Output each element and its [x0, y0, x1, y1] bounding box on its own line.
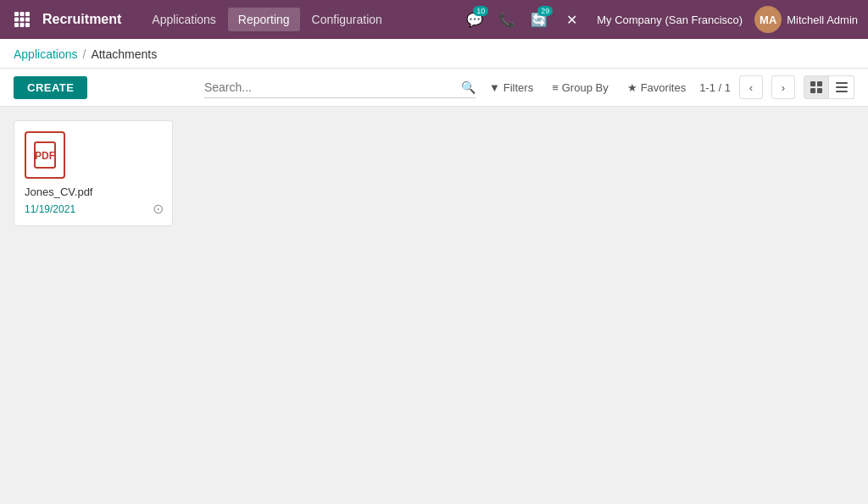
pagination-next[interactable]: ›	[771, 75, 795, 99]
svg-rect-3	[14, 18, 19, 22]
svg-rect-6	[14, 23, 19, 27]
nav-configuration[interactable]: Configuration	[302, 8, 392, 31]
breadcrumb-parent[interactable]: Applications	[14, 47, 78, 61]
top-navigation: Recruitment Applications Reporting Confi…	[0, 0, 868, 39]
phone-icon[interactable]: 📞	[493, 6, 520, 33]
search-icon[interactable]: 🔍	[461, 80, 476, 94]
breadcrumb-separator: /	[83, 47, 86, 61]
svg-rect-13	[836, 82, 848, 84]
apps-menu-icon[interactable]	[10, 8, 34, 31]
toolbar: CREATE 🔍 ▼ Filters ≡ Group By ★ Favorite…	[0, 69, 868, 107]
wrench-icon[interactable]: ✕	[558, 6, 585, 33]
svg-rect-1	[20, 12, 25, 16]
svg-rect-10	[817, 81, 822, 86]
breadcrumb-bar: Applications / Attachments	[0, 39, 868, 69]
app-brand: Recruitment	[42, 12, 121, 27]
breadcrumb: Applications / Attachments	[14, 47, 854, 61]
create-button[interactable]: CREATE	[14, 76, 87, 99]
search-input[interactable]	[204, 80, 461, 94]
activity-badge: 29	[537, 6, 553, 16]
svg-rect-5	[25, 18, 30, 22]
toolbar-right: 🔍 ▼ Filters ≡ Group By ★ Favorites 1-1 /…	[204, 75, 854, 99]
activity-icon[interactable]: 🔄 29	[526, 6, 553, 33]
group-by-label: Group By	[562, 81, 609, 94]
pdf-icon: PDF	[25, 131, 65, 179]
svg-rect-9	[810, 81, 815, 86]
content-area: PDF Jones_CV.pdf 11/19/2021 ⊙	[0, 107, 868, 501]
card-date: 11/19/2021	[25, 203, 162, 215]
svg-rect-14	[836, 86, 848, 88]
breadcrumb-current: Attachments	[91, 47, 157, 61]
favorites-icon: ★	[627, 81, 637, 94]
list-view-button[interactable]	[829, 75, 854, 99]
group-by-button[interactable]: ≡ Group By	[547, 78, 614, 97]
svg-rect-11	[810, 88, 815, 93]
svg-text:PDF: PDF	[35, 150, 55, 162]
pagination-prev[interactable]: ‹	[739, 75, 763, 99]
pagination-info: 1-1 / 1	[699, 81, 731, 94]
chat-badge: 10	[473, 6, 488, 16]
svg-rect-15	[836, 91, 848, 92]
kanban-view-button[interactable]	[804, 75, 829, 99]
svg-rect-12	[817, 88, 822, 93]
favorites-button[interactable]: ★ Favorites	[622, 78, 691, 97]
view-toggle	[804, 75, 854, 99]
kanban-card[interactable]: PDF Jones_CV.pdf 11/19/2021 ⊙	[14, 120, 173, 226]
nav-right-actions: 💬 10 📞 🔄 29 ✕ My Company (San Francisco)…	[461, 6, 858, 33]
chat-icon[interactable]: 💬 10	[461, 6, 488, 33]
avatar-initials: MA	[760, 14, 776, 26]
company-name[interactable]: My Company (San Francisco)	[597, 14, 743, 26]
filters-label: Filters	[504, 81, 533, 94]
favorites-label: Favorites	[641, 81, 686, 94]
svg-rect-2	[25, 12, 30, 16]
kanban-grid: PDF Jones_CV.pdf 11/19/2021 ⊙	[14, 120, 854, 226]
svg-rect-0	[14, 12, 19, 16]
svg-rect-8	[25, 23, 30, 27]
group-by-icon: ≡	[552, 81, 559, 94]
card-filename: Jones_CV.pdf	[25, 186, 162, 198]
nav-applications[interactable]: Applications	[142, 8, 226, 31]
nav-links: Applications Reporting Configuration	[142, 8, 458, 31]
username[interactable]: Mitchell Admin	[787, 14, 858, 26]
search-bar: 🔍	[204, 77, 476, 98]
nav-reporting[interactable]: Reporting	[228, 8, 300, 31]
avatar[interactable]: MA	[754, 6, 782, 33]
filters-button[interactable]: ▼ Filters	[484, 78, 538, 97]
svg-rect-4	[20, 18, 25, 22]
filter-icon: ▼	[489, 81, 500, 94]
svg-rect-7	[20, 23, 25, 27]
card-action-icon[interactable]: ⊙	[153, 201, 164, 217]
